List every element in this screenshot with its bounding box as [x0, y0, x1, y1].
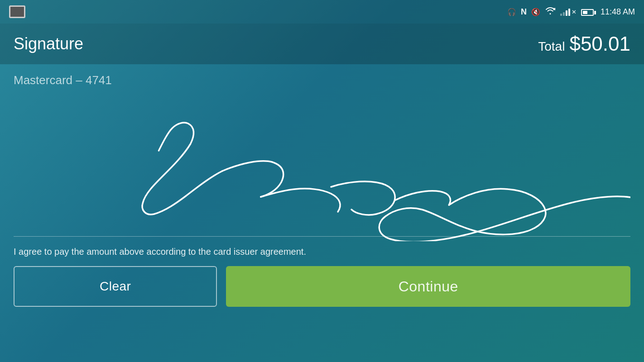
mute-icon: 🔇 [531, 8, 540, 16]
nfc-icon: N [521, 7, 527, 17]
signature-drawing [14, 92, 630, 241]
battery-icon [581, 8, 596, 16]
screen-icon [9, 5, 25, 18]
buttons-row: Clear Continue [14, 266, 630, 316]
clear-button[interactable]: Clear [14, 266, 217, 307]
signature-area[interactable] [14, 92, 630, 241]
signature-line [14, 236, 630, 237]
wifi-icon [545, 7, 556, 17]
total-display: Total $50.01 [538, 33, 630, 55]
status-time: 11:48 AM [601, 7, 635, 17]
continue-button[interactable]: Continue [226, 266, 630, 307]
status-right: 🎧 N 🔇 ✕ [507, 7, 635, 17]
agreement-text: I agree to pay the amount above accordin… [14, 241, 630, 266]
headset-icon: 🎧 [507, 8, 516, 16]
page-title: Signature [14, 34, 83, 53]
main-content: Mastercard – 4741 I agree to pay the amo… [0, 64, 644, 316]
total-amount: $50.01 [569, 33, 630, 55]
app-header: Signature Total $50.01 [0, 24, 644, 64]
card-info: Mastercard – 4741 [14, 73, 630, 87]
total-label: Total [538, 39, 565, 54]
status-left [9, 5, 25, 18]
status-bar: 🎧 N 🔇 ✕ [0, 0, 644, 24]
signal-icon: ✕ [560, 8, 577, 16]
